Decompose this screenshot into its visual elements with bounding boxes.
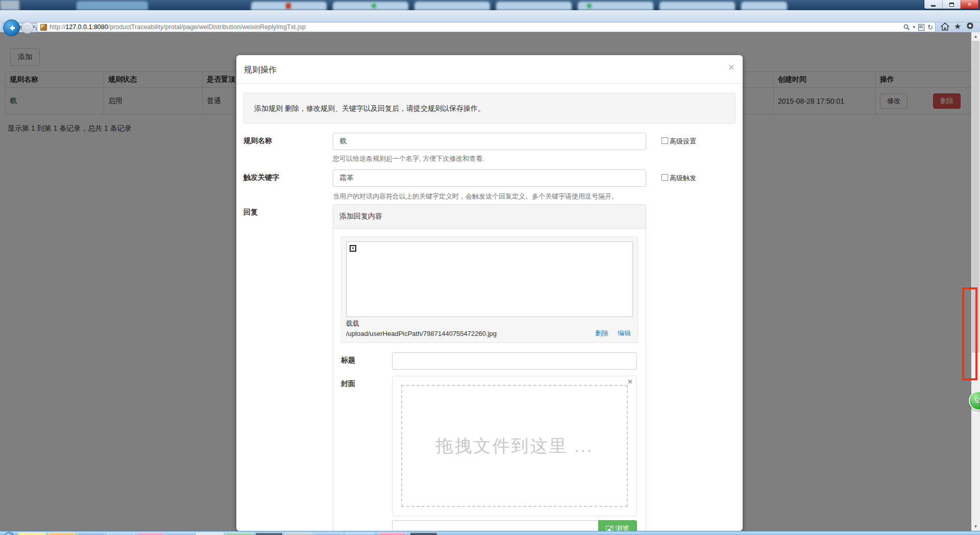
page-viewport: 添加 规则名称 规则状态 是否置顶 创建时间 操作 载 启用 普通 2015-0… xyxy=(0,32,971,531)
cover-field-row: 封面 × 拖拽文件到这里 ... xyxy=(341,376,638,516)
title-label: 标题 xyxy=(341,352,392,370)
background-window-strip: ✕ xyxy=(0,0,980,10)
taskbar-item[interactable] xyxy=(48,532,76,535)
file-path-input[interactable] xyxy=(392,520,598,531)
rule-name-input[interactable] xyxy=(333,133,646,150)
rule-name-row: 规则名称 您可以给这条规则起一个名字, 方便下次修改和查看. 高级设置 xyxy=(243,133,736,169)
scroll-up-arrow-icon[interactable]: ▲ xyxy=(971,32,980,41)
taskbar-item[interactable] xyxy=(255,532,283,535)
taskbar-item[interactable] xyxy=(137,532,164,535)
item-delete-link[interactable]: 删除 xyxy=(595,329,608,338)
reply-image-preview: ✕ xyxy=(346,241,633,317)
minimize-icon xyxy=(931,5,936,7)
scrollbar[interactable]: ▲ ▼ xyxy=(971,32,980,531)
item-edit-link[interactable]: 编辑 xyxy=(618,329,631,338)
favorites-star-icon[interactable]: ★ xyxy=(954,21,961,31)
checkbox-icon xyxy=(662,174,668,181)
tools-gear-icon[interactable] xyxy=(966,22,974,31)
refresh-icon[interactable]: ↻ xyxy=(927,23,933,31)
taskbar-item[interactable] xyxy=(379,532,406,535)
taskbar-item[interactable] xyxy=(346,532,374,535)
taskbar-item[interactable] xyxy=(314,532,342,535)
compatibility-view-icon[interactable] xyxy=(918,24,924,31)
notice-box: 添加规则 删除，修改规则、关键字以及回复后，请提交规则以保存操作。 xyxy=(243,93,736,124)
taskbar-item[interactable] xyxy=(196,532,224,535)
forward-button[interactable] xyxy=(21,21,34,34)
forward-arrow-icon xyxy=(24,25,31,31)
image-icon xyxy=(606,526,614,531)
advanced-settings-checkbox[interactable]: 高级设置 xyxy=(662,133,696,169)
start-button[interactable] xyxy=(4,532,14,535)
browse-label: 浏览 xyxy=(616,524,630,531)
keyword-row: 触发关键字 当用户的对话内容符合以上的关键字定义时，会触发这个回复定义。多个关键… xyxy=(243,169,736,204)
title-field-row: 标题 xyxy=(341,352,638,370)
taskbar-item[interactable] xyxy=(78,532,105,535)
reply-panel-header: 添加回复内容 xyxy=(333,205,646,229)
taskbar xyxy=(0,531,980,535)
advanced-trigger-checkbox[interactable]: 高级触发 xyxy=(662,169,696,204)
reply-item-name: 载载 xyxy=(346,319,633,329)
file-browse-row: 浏览 xyxy=(392,520,637,531)
red-annotation-box xyxy=(962,287,977,380)
url-text: http://127.0.0.1:8080/productTraceabilit… xyxy=(50,23,306,31)
minimize-button[interactable] xyxy=(924,0,943,9)
taskbar-item[interactable] xyxy=(166,532,194,535)
maximize-button[interactable] xyxy=(943,0,961,9)
home-icon[interactable] xyxy=(941,22,949,31)
reply-panel-body: ✕ 载载 /upload/userHeadPicPath/79871440755… xyxy=(333,229,646,531)
modal-title: 规则操作 xyxy=(244,65,277,76)
rule-name-label: 规则名称 xyxy=(243,133,333,169)
address-bar: http://127.0.0.1:8080/productTraceabilit… xyxy=(0,10,980,22)
browse-button[interactable]: 浏览 xyxy=(598,520,637,531)
cover-close-icon[interactable]: × xyxy=(628,377,632,386)
url-field[interactable]: http://127.0.0.1:8080/productTraceabilit… xyxy=(37,22,936,32)
back-button[interactable] xyxy=(3,19,20,36)
broken-image-icon: ✕ xyxy=(350,245,356,252)
cover-upload-box: × 拖拽文件到这里 ... xyxy=(392,376,637,516)
advanced-trigger-label: 高级触发 xyxy=(670,174,696,183)
keyword-input[interactable] xyxy=(333,169,646,187)
title-input[interactable] xyxy=(392,352,637,370)
modal-body: 添加规则 删除，修改规则、关键字以及回复后，请提交规则以保存操作。 规则名称 您… xyxy=(236,84,743,531)
taskbar-item[interactable] xyxy=(18,532,46,535)
taskbar-item[interactable] xyxy=(410,532,437,535)
scroll-down-arrow-icon[interactable]: ▼ xyxy=(971,522,980,531)
window-controls: ✕ xyxy=(924,0,979,9)
checkbox-icon xyxy=(662,137,668,144)
advanced-settings-label: 高级设置 xyxy=(670,137,696,146)
rule-operation-modal: 规则操作 ✕ 添加规则 删除，修改规则、关键字以及回复后，请提交规则以保存操作。… xyxy=(236,55,743,531)
taskbar-item[interactable] xyxy=(107,532,135,535)
rule-name-help: 您可以给这条规则起一个名字, 方便下次修改和查看. xyxy=(333,154,646,163)
modal-header: 规则操作 ✕ xyxy=(236,55,743,84)
cover-dropzone[interactable]: 拖拽文件到这里 ... xyxy=(401,385,628,507)
taskbar-item[interactable] xyxy=(226,532,253,535)
reply-item: ✕ 载载 /upload/userHeadPicPath/79871440755… xyxy=(341,236,638,343)
keyword-label: 触发关键字 xyxy=(243,169,333,204)
maximize-icon xyxy=(949,3,954,7)
close-icon: ✕ xyxy=(967,2,971,7)
cover-label: 封面 xyxy=(341,376,392,516)
reply-panel: 添加回复内容 ✕ 载载 /upload/userHeadPicPath/7987… xyxy=(333,204,646,531)
modal-close-icon[interactable]: ✕ xyxy=(728,62,735,73)
reply-item-path: /upload/userHeadPicPath/7987144075547226… xyxy=(346,330,497,337)
reply-row: 回复 添加回复内容 ✕ 载载 /upload/userHeadPicPath/7… xyxy=(243,204,736,531)
site-favicon xyxy=(40,24,47,31)
back-arrow-icon xyxy=(8,24,16,32)
taskbar-item[interactable] xyxy=(285,532,312,535)
reply-label: 回复 xyxy=(243,204,333,531)
blurred-background-tabs xyxy=(0,0,980,10)
search-icon[interactable] xyxy=(903,24,910,31)
close-window-button[interactable]: ✕ xyxy=(961,0,978,9)
keyword-help: 当用户的对话内容符合以上的关键字定义时，会触发这个回复定义。多个关键字请使用逗号… xyxy=(333,192,646,201)
search-dropdown-caret[interactable]: ▾ xyxy=(913,25,916,30)
